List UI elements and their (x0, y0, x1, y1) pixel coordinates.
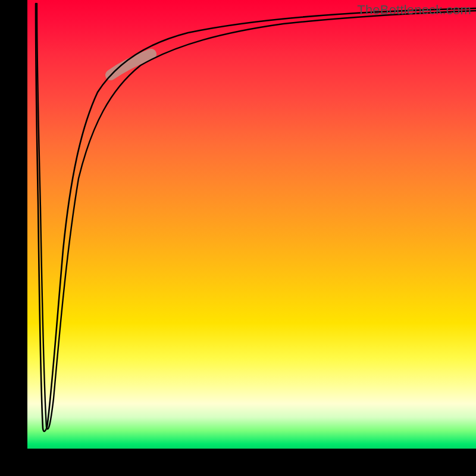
watermark-text: TheBottleneck.com (357, 2, 471, 18)
curve-highlight (111, 54, 151, 75)
axis-left-frame (0, 0, 27, 476)
curve-outer (36, 4, 476, 431)
axis-bottom-frame (0, 449, 476, 476)
curve-layer (27, 0, 476, 449)
curve-inner (37, 4, 476, 429)
chart-stage: TheBottleneck.com (0, 0, 476, 476)
plot-area: TheBottleneck.com (27, 0, 476, 449)
